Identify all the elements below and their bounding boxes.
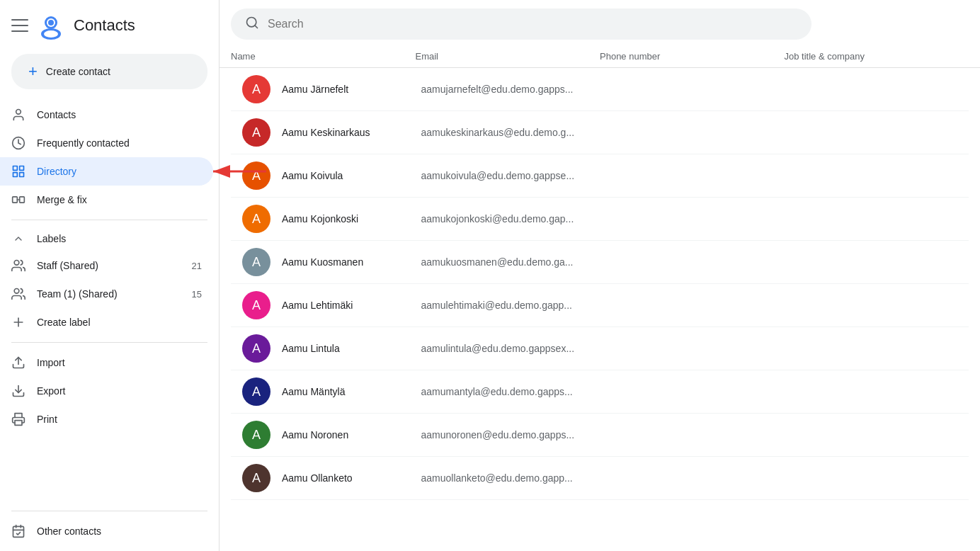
nav-item-team1-shared[interactable]: Team (1) (Shared) 15 bbox=[0, 280, 213, 308]
contact-name: Aamu Mäntylä bbox=[282, 386, 345, 397]
sidebar-bottom: Other contacts bbox=[0, 505, 219, 545]
nav-item-print[interactable]: Print bbox=[0, 405, 213, 433]
contact-name-cell: A Aamu Lintula bbox=[242, 334, 421, 363]
create-label-text: Create label bbox=[37, 317, 91, 328]
app-title: Contacts bbox=[74, 16, 135, 35]
other-contacts-icon bbox=[11, 524, 25, 538]
upload-icon bbox=[11, 356, 25, 370]
import-label: Import bbox=[37, 357, 65, 368]
nav-directory-label: Directory bbox=[37, 166, 76, 177]
contact-name-cell: A Aamu Ollanketo bbox=[242, 464, 421, 492]
table-row[interactable]: A Aamu Koivula aamukoivula@edu.demo.gapp… bbox=[231, 154, 969, 198]
avatar: A bbox=[242, 118, 270, 147]
contact-email: aamukuosmanen@edu.demo.ga... bbox=[421, 256, 600, 268]
contact-name: Aamu Järnefelt bbox=[282, 84, 348, 95]
export-label: Export bbox=[37, 385, 65, 397]
table-row[interactable]: A Aamu Kuosmanen aamukuosmanen@edu.demo.… bbox=[231, 241, 969, 284]
nav-item-other-contacts[interactable]: Other contacts bbox=[0, 517, 213, 545]
other-contacts-label: Other contacts bbox=[37, 526, 101, 537]
avatar: A bbox=[242, 248, 270, 276]
contact-email: aamuollanketo@edu.demo.gapp... bbox=[421, 472, 600, 484]
merge-icon bbox=[11, 193, 25, 207]
table-row[interactable]: A Aamu Järnefelt aamujarnefelt@edu.demo.… bbox=[231, 68, 969, 111]
label-shared-icon bbox=[11, 259, 25, 273]
nav-item-create-label[interactable]: Create label bbox=[0, 308, 213, 336]
contact-email: aamujarnefelt@edu.demo.gapps... bbox=[421, 84, 600, 95]
svg-point-16 bbox=[14, 261, 19, 266]
contacts-table: A Aamu Järnefelt aamujarnefelt@edu.demo.… bbox=[220, 68, 980, 551]
team1-shared-label: Team (1) (Shared) bbox=[37, 288, 118, 300]
nav-item-export[interactable]: Export bbox=[0, 377, 213, 405]
svg-rect-9 bbox=[13, 173, 18, 177]
table-row[interactable]: A Aamu Lintula aamulintula@edu.demo.gapp… bbox=[231, 327, 969, 370]
avatar: A bbox=[242, 75, 270, 103]
sidebar: Contacts + Create contact Contacts Frequ… bbox=[0, 0, 220, 551]
team1-shared-count: 15 bbox=[192, 289, 202, 300]
create-contact-label: Create contact bbox=[46, 66, 110, 77]
labels-section-header[interactable]: Labels bbox=[0, 226, 219, 251]
contact-name: Aamu Koivula bbox=[282, 170, 343, 181]
svg-rect-10 bbox=[20, 173, 24, 177]
create-label-plus-icon bbox=[11, 315, 25, 329]
svg-line-28 bbox=[255, 25, 258, 28]
contact-name: Aamu Kojonkoski bbox=[282, 213, 358, 225]
nav-item-contacts[interactable]: Contacts bbox=[0, 101, 213, 129]
avatar: A bbox=[242, 291, 270, 319]
contact-email: aamunoronen@edu.demo.gapps... bbox=[421, 429, 600, 441]
nav-item-frequently-contacted[interactable]: Frequently contacted bbox=[0, 129, 213, 157]
contact-email: aamukojonkoski@edu.demo.gap... bbox=[421, 213, 600, 225]
table-header: Name Email Phone number Job title & comp… bbox=[220, 45, 980, 68]
nav-divider-3 bbox=[11, 511, 207, 511]
contact-name: Aamu Keskinarkaus bbox=[282, 127, 370, 138]
col-header-email: Email bbox=[416, 51, 600, 62]
avatar: A bbox=[242, 421, 270, 449]
avatar: A bbox=[242, 334, 270, 363]
search-bar-container bbox=[220, 0, 980, 45]
print-icon bbox=[11, 412, 25, 426]
col-header-job: Job title & company bbox=[785, 51, 969, 62]
hamburger-menu-icon[interactable] bbox=[11, 17, 28, 34]
table-row[interactable]: A Aamu Keskinarkaus aamukeskinarkaus@edu… bbox=[231, 111, 969, 154]
nav-item-staff-shared[interactable]: Staff (Shared) 21 bbox=[0, 251, 213, 280]
contact-email: aamukeskinarkaus@edu.demo.g... bbox=[421, 127, 600, 138]
create-contact-button[interactable]: + Create contact bbox=[11, 54, 207, 89]
table-row[interactable]: A Aamu Noronen aamunoronen@edu.demo.gapp… bbox=[231, 414, 969, 457]
svg-rect-8 bbox=[20, 166, 24, 171]
nav-item-directory[interactable]: Directory bbox=[0, 157, 213, 186]
svg-rect-14 bbox=[20, 197, 25, 203]
table-row[interactable]: A Aamu Ollanketo aamuollanketo@edu.demo.… bbox=[231, 457, 969, 500]
contact-name: Aamu Kuosmanen bbox=[282, 256, 363, 268]
staff-shared-label: Staff (Shared) bbox=[37, 260, 98, 271]
nav-frequently-contacted-label: Frequently contacted bbox=[37, 137, 130, 149]
nav-merge-fix-label: Merge & fix bbox=[37, 194, 87, 205]
col-header-name: Name bbox=[231, 51, 416, 62]
table-row[interactable]: A Aamu Kojonkoski aamukojonkoski@edu.dem… bbox=[231, 198, 969, 241]
contact-name: Aamu Noronen bbox=[282, 429, 348, 441]
contact-name-cell: A Aamu Koivula bbox=[242, 161, 421, 190]
table-row[interactable]: A Aamu Mäntylä aamumantyla@edu.demo.gapp… bbox=[231, 370, 969, 414]
avatar: A bbox=[242, 205, 270, 233]
table-row[interactable]: A Aamu Lehtimäki aamulehtimaki@edu.demo.… bbox=[231, 284, 969, 327]
print-label: Print bbox=[37, 414, 57, 425]
main-content: Name Email Phone number Job title & comp… bbox=[220, 0, 980, 551]
chevron-up-icon bbox=[11, 232, 25, 246]
avatar: A bbox=[242, 377, 270, 406]
contact-name: Aamu Lehtimäki bbox=[282, 300, 353, 311]
avatar: A bbox=[242, 464, 270, 492]
staff-shared-count: 21 bbox=[192, 261, 202, 271]
search-input[interactable] bbox=[268, 18, 797, 30]
contact-name: Aamu Lintula bbox=[282, 343, 340, 354]
nav-item-import[interactable]: Import bbox=[0, 348, 213, 377]
contact-name-cell: A Aamu Kojonkoski bbox=[242, 205, 421, 233]
plus-icon: + bbox=[28, 64, 38, 79]
contact-name-cell: A Aamu Keskinarkaus bbox=[242, 118, 421, 147]
contact-email: aamumantyla@edu.demo.gapps... bbox=[421, 386, 600, 397]
contact-email: aamukoivula@edu.demo.gappse... bbox=[421, 170, 600, 181]
svg-point-3 bbox=[44, 30, 58, 38]
history-icon bbox=[11, 136, 25, 150]
nav-contacts-label: Contacts bbox=[37, 109, 76, 120]
nav-item-merge-fix[interactable]: Merge & fix bbox=[0, 186, 213, 214]
contact-name-cell: A Aamu Järnefelt bbox=[242, 75, 421, 103]
svg-rect-22 bbox=[15, 421, 22, 426]
svg-rect-7 bbox=[13, 166, 18, 171]
